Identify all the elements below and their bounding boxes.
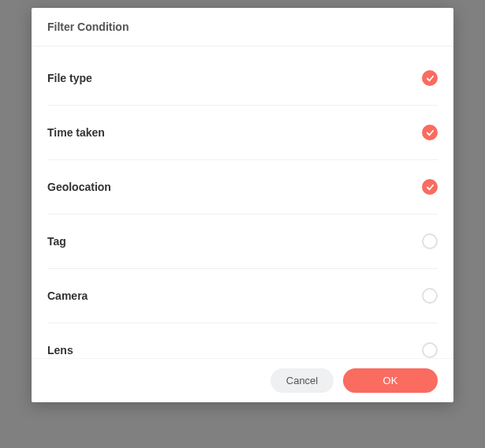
cancel-button[interactable]: Cancel [270,368,334,393]
filter-label: Lens [47,344,73,357]
modal-body[interactable]: File typeTime takenGeolocationTagCameraL… [32,47,453,358]
checkmark-icon[interactable] [422,179,438,195]
filter-row: Time taken [47,106,438,160]
filter-condition-modal: Filter Condition File typeTime takenGeol… [32,8,453,402]
filter-row: Geolocation [47,160,438,215]
filter-label: Camera [47,289,88,302]
filter-label: Geolocation [47,181,111,193]
ok-button[interactable]: OK [343,368,438,393]
unchecked-circle-icon[interactable] [422,342,438,358]
filter-label: File type [47,72,92,84]
checkmark-icon[interactable] [422,125,438,140]
unchecked-circle-icon[interactable] [422,288,438,304]
filter-label: Time taken [47,126,105,139]
filter-row: File type [47,47,438,106]
modal-footer: Cancel OK [32,358,453,402]
modal-title: Filter Condition [32,8,453,47]
filter-label: Tag [47,235,66,248]
filter-row: Camera [47,269,438,323]
filter-row: Lens [47,323,438,358]
filter-row: Tag [47,215,438,269]
unchecked-circle-icon[interactable] [422,233,438,249]
checkmark-icon[interactable] [422,70,438,86]
